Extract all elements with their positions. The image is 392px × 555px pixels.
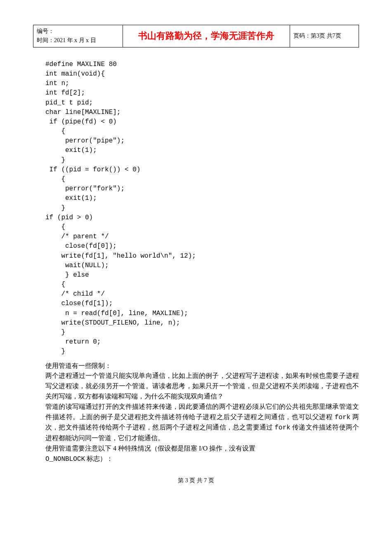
text-segment: 使用管道需要注意以下 4 种特殊情况（假设都是阻塞 I/O 操作，没有设置 (45, 445, 255, 452)
doc-number: 编号： (37, 27, 119, 36)
doc-date: 时间：2021 年 x 月 x 日 (37, 36, 119, 45)
paragraph-special-cases: 使用管道需要注意以下 4 种特殊情况（假设都是阻塞 I/O 操作，没有设置 O_… (45, 444, 359, 465)
paragraph-pipe-fd: 管道的读写端通过打开的文件描述符来传递，因此要通信的两个进程必须从它们的公共祖先… (45, 402, 359, 444)
footer-page-number: 第 3 页 共 7 页 (33, 477, 359, 484)
inline-code-fork: fork (274, 424, 290, 432)
header-title: 书山有路勤为径，学海无涯苦作舟 (123, 25, 290, 47)
text-segment: 标志）： (85, 455, 113, 462)
header-table: 编号： 时间：2021 年 x 月 x 日 书山有路勤为径，学海无涯苦作舟 页码… (33, 25, 359, 47)
paragraph-two-process: 两个进程通过一个管道只能实现单向通信，比如上面的例子，父进程写子进程读，如果有时… (45, 371, 359, 401)
inline-code-fork: fork (335, 414, 350, 421)
header-page-info: 页码：第3页 共7页 (290, 25, 359, 47)
document-page: 编号： 时间：2021 年 x 月 x 日 书山有路勤为径，学海无涯苦作舟 页码… (0, 0, 392, 555)
code-block: #define MAXLINE 80 int main(void){ int n… (45, 60, 359, 357)
header-left-cell: 编号： 时间：2021 年 x 月 x 日 (33, 25, 123, 47)
inline-code-nonblock: O_NONBLOCK (45, 455, 85, 463)
text-segment: 管道的读写端通过打开的文件描述符来传递，因此要通信的两个进程必须从它们的公共祖先… (45, 403, 359, 420)
paragraph-limits-title: 使用管道有一些限制： (45, 361, 359, 371)
